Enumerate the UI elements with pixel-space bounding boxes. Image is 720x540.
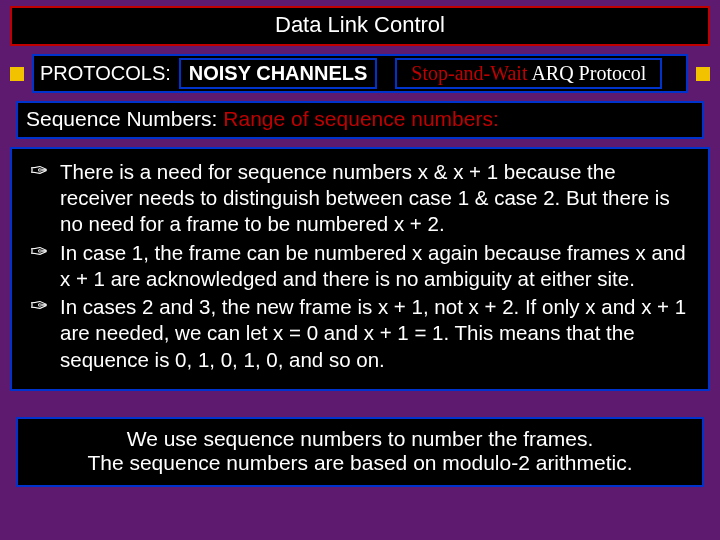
bullet-icon: ✑ — [30, 159, 48, 183]
noisy-channels-box: NOISY CHANNELS — [179, 58, 378, 89]
subtitle-white: Sequence Numbers: — [26, 107, 223, 130]
stopwait-red: Stop-and-Wait — [411, 62, 531, 84]
list-item: ✑ In cases 2 and 3, the new frame is x +… — [30, 294, 690, 373]
list-item: ✑ In case 1, the frame can be numbered x… — [30, 240, 690, 292]
footer-line-1: We use sequence numbers to number the fr… — [28, 427, 692, 451]
subtitle-bar: Sequence Numbers: Range of sequence numb… — [16, 101, 704, 139]
footer-line-2: The sequence numbers are based on modulo… — [28, 451, 692, 475]
bullet-text: In case 1, the frame can be numbered x a… — [60, 241, 686, 290]
stopwait-white: ARQ Protocol — [531, 62, 646, 84]
footer-note: We use sequence numbers to number the fr… — [16, 417, 704, 487]
protocols-row: PROTOCOLS: NOISY CHANNELS Stop-and-Wait … — [10, 54, 710, 93]
bullet-list: ✑ There is a need for sequence numbers x… — [30, 159, 690, 373]
stop-and-wait-box: Stop-and-Wait ARQ Protocol — [395, 58, 662, 89]
row-marker-right — [696, 67, 710, 81]
bullet-text: In cases 2 and 3, the new frame is x + 1… — [60, 295, 686, 370]
slide-title: Data Link Control — [10, 6, 710, 46]
protocols-label: PROTOCOLS: — [40, 62, 171, 85]
bullet-icon: ✑ — [30, 294, 48, 318]
subtitle-red: Range of sequence numbers: — [223, 107, 499, 130]
row-marker-left — [10, 67, 24, 81]
bullet-icon: ✑ — [30, 240, 48, 264]
bullet-text: There is a need for sequence numbers x &… — [60, 160, 670, 235]
protocols-row-inner: PROTOCOLS: NOISY CHANNELS Stop-and-Wait … — [32, 54, 688, 93]
list-item: ✑ There is a need for sequence numbers x… — [30, 159, 690, 238]
body-box: ✑ There is a need for sequence numbers x… — [10, 147, 710, 391]
